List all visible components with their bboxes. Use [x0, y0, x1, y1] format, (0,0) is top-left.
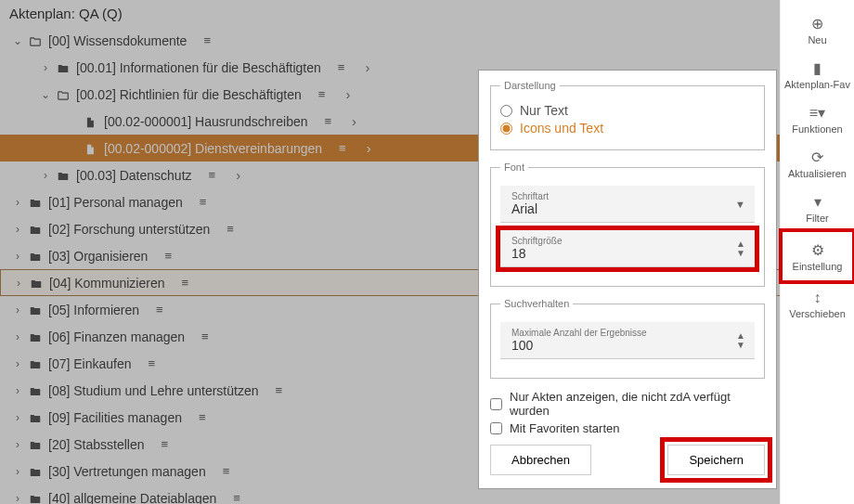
folder-icon: [26, 490, 45, 504]
sidebar-functions[interactable]: ≡▾Funktionen: [781, 97, 854, 141]
tree-item-label: [05] Informieren: [45, 303, 139, 317]
tree-item-label: [00.02-000002] Dienstvereinbarungen: [100, 141, 322, 156]
folder-icon: [26, 329, 45, 343]
expand-chevron-icon[interactable]: ⌄: [37, 88, 54, 101]
item-menu-icon[interactable]: ≡: [209, 168, 216, 182]
radio-icons-text-input[interactable]: [500, 123, 512, 135]
item-arrow-icon[interactable]: ›: [352, 113, 356, 129]
sidebar-functions-icon: ≡▾: [809, 104, 825, 122]
sidebar-move-icon: ↕: [814, 290, 822, 306]
expand-chevron-icon[interactable]: ›: [37, 169, 54, 182]
expand-chevron-icon[interactable]: ›: [9, 196, 26, 209]
expand-chevron-icon[interactable]: ›: [9, 330, 26, 343]
item-menu-icon[interactable]: ≡: [200, 195, 207, 209]
tree-item-label: [03] Organisieren: [45, 249, 148, 264]
checkbox-nur-akten-label: Nur Akten anzeigen, die nicht zdA verfüg…: [510, 390, 765, 418]
sidebar-refresh[interactable]: ⟳Aktualisieren: [781, 141, 854, 186]
item-arrow-icon[interactable]: ›: [365, 59, 369, 75]
schriftart-value: Arial: [511, 201, 744, 216]
item-menu-icon[interactable]: ≡: [162, 437, 169, 451]
file-icon: [82, 113, 100, 128]
folder-icon: [26, 382, 45, 397]
folder-icon: [26, 32, 45, 47]
item-arrow-icon[interactable]: ›: [236, 167, 240, 183]
expand-chevron-icon[interactable]: ›: [9, 411, 26, 424]
item-menu-icon[interactable]: ≡: [201, 330, 209, 343]
item-menu-icon[interactable]: ≡: [149, 356, 156, 370]
cancel-button[interactable]: Abbrechen: [490, 445, 591, 475]
tree-item-label: [00.02] Richtlinien für die Beschäftigte…: [72, 87, 302, 102]
item-arrow-icon[interactable]: ›: [345, 86, 350, 102]
item-menu-icon[interactable]: ≡: [156, 303, 163, 317]
tree-row[interactable]: ⌄[00] Wissensdokumente≡: [0, 27, 854, 54]
folder-icon: [26, 248, 45, 263]
item-menu-icon[interactable]: ≡: [182, 276, 189, 290]
input-max-results[interactable]: Maximale Anzahl der Ergebnisse 100 ▲▼: [500, 322, 755, 359]
checkbox-favoriten-label: Mit Favoriten starten: [510, 421, 620, 435]
input-schriftgroesse[interactable]: Schriftgröße 18 ▲▼: [500, 230, 755, 267]
folder-icon: [26, 463, 45, 478]
schriftgroesse-label: Schriftgröße: [511, 236, 744, 246]
radio-icons-text-label: Icons und Text: [520, 121, 603, 136]
sidebar-functions-label: Funktionen: [792, 123, 842, 135]
expand-chevron-icon[interactable]: ⌄: [9, 34, 26, 47]
expand-chevron-icon[interactable]: ›: [10, 277, 27, 290]
radio-nur-text-input[interactable]: [500, 105, 512, 117]
save-button[interactable]: Speichern: [667, 445, 765, 475]
fieldset-suchverhalten: Suchverhalten Maximale Anzahl der Ergebn…: [490, 298, 765, 379]
expand-chevron-icon[interactable]: ›: [9, 304, 26, 317]
sidebar-fav-icon: ▮: [813, 59, 822, 77]
settings-dialog: Darstellung Nur Text Icons und Text Font…: [478, 70, 777, 489]
item-menu-icon[interactable]: ≡: [233, 491, 240, 504]
sidebar-refresh-label: Aktualisieren: [788, 168, 847, 179]
item-menu-icon[interactable]: ≡: [164, 249, 172, 263]
tree-item-label: [20] Stabsstellen: [45, 437, 145, 452]
folder-icon: [26, 436, 45, 451]
tree-item-label: [30] Vertretungen managen: [45, 464, 206, 479]
sidebar-settings[interactable]: ⚙Einstellung: [781, 230, 854, 282]
spinner-icon[interactable]: ▲▼: [736, 239, 745, 258]
radio-nur-text-label: Nur Text: [520, 103, 568, 118]
item-menu-icon[interactable]: ≡: [223, 464, 230, 478]
fieldset-font: Font Schriftart Arial ▼ Schriftgröße 18 …: [490, 162, 765, 287]
sidebar-new[interactable]: ⊕Neu: [781, 7, 854, 52]
checkbox-nur-akten-input[interactable]: [490, 398, 502, 410]
item-menu-icon[interactable]: ≡: [338, 60, 345, 74]
item-menu-icon[interactable]: ≡: [339, 141, 346, 155]
checkbox-favoriten[interactable]: Mit Favoriten starten: [490, 421, 765, 435]
spinner-icon[interactable]: ▲▼: [736, 331, 745, 350]
expand-chevron-icon[interactable]: ›: [9, 223, 26, 236]
sidebar-filter-label: Filter: [806, 213, 828, 224]
expand-chevron-icon[interactable]: ›: [9, 384, 26, 397]
tree-item-label: [07] Einkaufen: [45, 356, 132, 371]
radio-nur-text[interactable]: Nur Text: [500, 103, 755, 118]
expand-chevron-icon[interactable]: ›: [9, 438, 26, 451]
max-results-value: 100: [511, 338, 744, 353]
item-menu-icon[interactable]: ≡: [226, 222, 234, 236]
dropdown-caret-icon: ▼: [735, 199, 745, 210]
select-schriftart[interactable]: Schriftart Arial ▼: [500, 186, 755, 223]
right-sidebar: ⊕Neu▮Aktenplan-Fav≡▾Funktionen⟳Aktualisi…: [780, 0, 854, 504]
tree-item-label: [00.01] Informationen für die Beschäftig…: [72, 60, 321, 75]
item-menu-icon[interactable]: ≡: [318, 87, 326, 101]
radio-icons-text[interactable]: Icons und Text: [500, 121, 755, 136]
item-menu-icon[interactable]: ≡: [275, 383, 282, 397]
item-menu-icon[interactable]: ≡: [203, 33, 211, 47]
schriftart-label: Schriftart: [511, 191, 744, 201]
expand-chevron-icon[interactable]: ›: [9, 357, 26, 370]
expand-chevron-icon[interactable]: ›: [9, 492, 26, 505]
item-menu-icon[interactable]: ≡: [199, 410, 206, 424]
item-arrow-icon[interactable]: ›: [367, 140, 371, 156]
sidebar-move[interactable]: ↕Verschieben: [781, 282, 854, 327]
item-menu-icon[interactable]: ≡: [325, 114, 332, 128]
max-results-label: Maximale Anzahl der Ergebnisse: [511, 328, 744, 338]
sidebar-fav[interactable]: ▮Aktenplan-Fav: [781, 52, 854, 97]
sidebar-filter[interactable]: ▾Filter: [781, 186, 854, 230]
expand-chevron-icon[interactable]: ›: [9, 465, 26, 478]
expand-chevron-icon[interactable]: ›: [37, 61, 54, 74]
checkbox-favoriten-input[interactable]: [490, 422, 502, 434]
legend-suchverhalten: Suchverhalten: [500, 298, 573, 309]
checkbox-nur-akten[interactable]: Nur Akten anzeigen, die nicht zdA verfüg…: [490, 390, 765, 418]
expand-chevron-icon[interactable]: ›: [9, 250, 26, 263]
legend-darstellung: Darstellung: [500, 80, 560, 91]
